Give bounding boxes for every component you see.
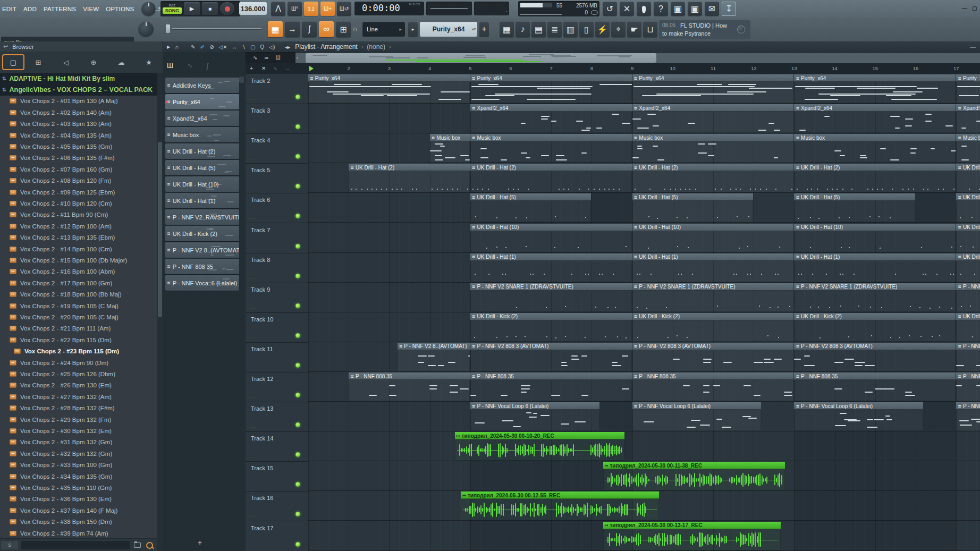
browser-item[interactable]: ↦Vox Chops 2 - #39 Bpm 74 (Am) xyxy=(0,528,157,538)
microphone-button[interactable] xyxy=(637,2,651,16)
playlist-clip[interactable]: ≣UK Drill - Hat (5) xyxy=(956,193,980,222)
pattern-cell[interactable]: ≣UK Drill - Hat (10) xyxy=(165,176,239,192)
playlist-clip[interactable]: ≣UK Drill - Hat (5) xyxy=(470,193,592,222)
playlist-clip[interactable]: ≣P - NNF V2 808 3 (AVTOMAT) xyxy=(470,343,632,371)
news-panel[interactable]: 08.05 FL STUDIO | How to make Psytrance xyxy=(659,20,750,39)
maximize-window-button[interactable]: ▢ xyxy=(972,5,977,11)
track-mute-led[interactable] xyxy=(295,154,300,159)
menu-item-edit[interactable]: EDIT xyxy=(2,6,16,12)
browser-item[interactable]: ↦Vox Chops 2 - #28 Bpm 132 (F#m) xyxy=(0,403,157,414)
oscilloscope[interactable] xyxy=(426,2,472,15)
playlist-clip[interactable]: ≣UK Drill - Hat (10) xyxy=(956,224,980,252)
browser-item[interactable]: ↦Vox Chops 2 - #06 Bpm 135 (F#m) xyxy=(0,152,157,164)
playlist-clip[interactable]: ≣Xpand!2_x64 xyxy=(794,104,956,133)
playlist-clip[interactable]: ≣Music box xyxy=(956,134,980,163)
draw-tool-icon[interactable]: ✎ xyxy=(191,44,195,50)
track-mute-led[interactable] xyxy=(295,244,300,249)
add-pattern-button[interactable]: + xyxy=(198,538,202,547)
browser-item[interactable]: ↦Vox Chops 2 - #32 Bpm 132 (Gm) xyxy=(0,448,157,459)
stop-button[interactable]: ■ xyxy=(202,2,218,15)
browser-item[interactable]: ↦Vox Chops 2 - #20 Bpm 105 (C Maj) xyxy=(0,311,157,323)
browser-item[interactable]: ↦Vox Chops 2 - #34 Bpm 135 (Gm) xyxy=(0,471,157,482)
track-header[interactable]: Track 17··· xyxy=(246,521,308,551)
playlist-clip[interactable]: ≣UK Drill - Hat (2) xyxy=(794,164,956,192)
loop-record-button[interactable]: Ш↺ xyxy=(337,2,351,16)
main-pitch-slider-handle[interactable] xyxy=(166,24,170,33)
scroll-left-icon[interactable]: ‹ xyxy=(297,55,298,61)
track-header[interactable]: Track 11··· xyxy=(246,342,308,372)
pattern-cell[interactable]: ≣UK Drill - Hat (5) xyxy=(165,160,239,175)
wait-for-input-button[interactable]: Ш° xyxy=(288,2,302,16)
browser-item[interactable]: ↦Vox Chops 2 - #30 Bpm 132 (Em) xyxy=(0,425,157,436)
browser-item[interactable]: ↦Vox Chops 2 - #35 Bpm 110 (Gm) xyxy=(0,482,157,493)
panel-button-mixer[interactable]: ≣ xyxy=(547,21,562,37)
crossfade-button[interactable]: ✕ xyxy=(620,2,634,16)
browser-item[interactable]: ↦Vox Chops 2 - #11 Bpm 90 (Cm) xyxy=(0,209,157,221)
browser-item[interactable]: ↦Vox Chops 2 - #15 Bpm 100 (Db Major) xyxy=(0,255,157,266)
browser-item[interactable]: ↦Vox Chops 2 - #16 Bpm 100 (Abm) xyxy=(0,266,157,277)
playlist-clip[interactable]: ≣UK Drill - Kick (2) xyxy=(470,313,632,342)
track-header[interactable]: Track 10··· xyxy=(246,312,308,343)
picker-scrollbar[interactable] xyxy=(239,77,244,83)
track-header[interactable]: Track 16··· xyxy=(246,491,308,521)
track-header[interactable]: Track 13··· xyxy=(246,402,308,432)
playlist-clip[interactable]: ≣UK Drill - Hat (2) xyxy=(956,164,980,192)
pattern-cell[interactable]: ≣Music box xyxy=(165,127,239,142)
playlist-clip[interactable]: ≣Music box xyxy=(794,134,956,163)
track-header[interactable]: Track 8··· xyxy=(246,253,308,283)
track-mute-led[interactable] xyxy=(295,95,300,99)
panel-button-remote-control[interactable]: ⌖ xyxy=(611,21,626,37)
browser-item[interactable]: ↦Vox Chops 2 - #14 Bpm 100 (Cm) xyxy=(0,243,157,255)
playlist-clip[interactable]: ≣P - NNF V2 808 3 (AVTOMAT) xyxy=(794,343,956,371)
track-mute-led[interactable] xyxy=(295,422,300,427)
browser-item[interactable]: ↦Vox Chops 2 - #36 Bpm 130 (Em) xyxy=(0,494,157,505)
timeline-ruler[interactable]: + ✕ ∿ ↔ 234567891011121314151617 xyxy=(246,63,980,74)
playlist-clip[interactable]: ↦типодрил_2024-05-30 00-11-38_REC xyxy=(603,462,785,490)
playhead-flag-icon[interactable] xyxy=(309,66,314,71)
arrangement-selector[interactable]: (none) xyxy=(367,43,385,50)
track-header[interactable]: Track 6··· xyxy=(246,193,308,223)
main-pitch-slider-track[interactable] xyxy=(172,28,261,29)
playlist-clip[interactable]: ≣Music box xyxy=(470,134,632,163)
prev-instrument-button[interactable]: ▸ xyxy=(408,22,418,37)
minimize-window-button[interactable]: — xyxy=(962,5,967,11)
browser-item[interactable]: ↦Vox Chops 2 - #04 Bpm 135 (Am) xyxy=(0,130,157,141)
playlist-clip[interactable]: ≣Purity_x64 xyxy=(632,74,794,103)
browser-item[interactable]: ↦Vox Chops 2 - #27 Bpm 132 (Am) xyxy=(0,391,157,402)
pattern-cell[interactable]: ≣UK Drill - Hat (1) xyxy=(165,193,239,208)
playlist-clip[interactable]: ≣P - NNF 808 35 xyxy=(632,372,794,401)
track-mute-led[interactable] xyxy=(295,452,300,457)
export-button[interactable]: ↧ xyxy=(722,2,736,16)
folder-icon[interactable] xyxy=(134,542,141,548)
swing-button[interactable]: ʃ xyxy=(302,21,317,37)
playlist-clip[interactable]: ≣UK Drill - Hat (1) xyxy=(956,253,980,282)
playlist-clip[interactable]: ≣Xpand!2_x64 xyxy=(470,104,632,133)
track-mute-led[interactable] xyxy=(295,333,300,338)
playlist-clip[interactable]: ≣UK Drill - Hat (1) xyxy=(794,253,956,282)
playlist-clip[interactable]: ≣P - NNF V2 SNARE 1 (ZDRAVSTVUITE) xyxy=(794,283,956,312)
browser-item[interactable]: ↦Vox Chops 2 - #07 Bpm 160 (Gm) xyxy=(0,164,157,175)
playlist-clip[interactable]: ≣Purity_x64 xyxy=(308,74,470,103)
track-mute-led[interactable] xyxy=(295,363,300,368)
snap-selector[interactable]: Line ▸ xyxy=(362,22,405,37)
browser-header[interactable]: ↩ Browser xyxy=(0,41,163,52)
track-header[interactable]: Track 4··· xyxy=(246,133,308,164)
track-mute-led[interactable] xyxy=(295,542,300,547)
minimap-handle[interactable] xyxy=(306,53,656,63)
search-input[interactable] xyxy=(21,541,130,549)
playlist-clip[interactable]: ≣UK Drill - Kick (2) xyxy=(794,313,956,342)
browser-item[interactable]: ↦Vox Chops 2 - #12 Bpm 100 (Am) xyxy=(0,221,157,232)
track-mute-led[interactable] xyxy=(295,124,300,129)
master-volume-knob[interactable] xyxy=(141,2,156,16)
browser-item[interactable]: ↦Vox Chops 2 - #08 Bpm 120 (Fm) xyxy=(0,175,157,187)
browser-item[interactable]: ↦Vox Chops 2 - #33 Bpm 100 (Gm) xyxy=(0,460,157,471)
zoom-tool-icon[interactable]: Ϙ xyxy=(260,44,264,50)
browser-item[interactable]: ↦Vox Chops 2 - #25 Bpm 126 (Dbm) xyxy=(0,368,157,379)
playlist-clip[interactable]: ≣P - NNF 808 35 xyxy=(349,372,470,401)
playlist-focus-button[interactable]: ▦ xyxy=(268,21,283,37)
zoom-add-icon[interactable]: + xyxy=(250,65,253,71)
playlist-clip[interactable]: ≣P - NNF 808 35 xyxy=(470,372,632,401)
playlist-clip[interactable]: ≣UK Drill - Hat (10) xyxy=(470,224,632,252)
playlist-clip[interactable]: ≣Purity_x64 xyxy=(470,74,632,103)
prev-next-icon[interactable]: ◂▸ xyxy=(285,44,290,50)
